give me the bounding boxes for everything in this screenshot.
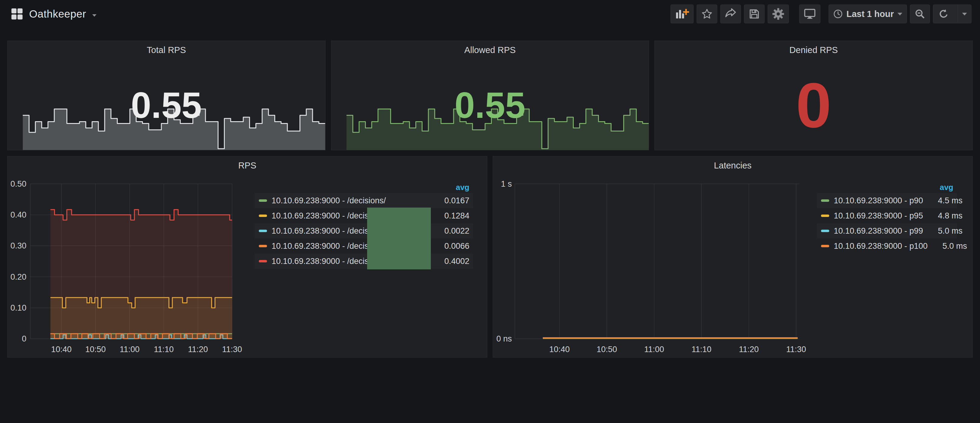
legend-row[interactable]: 10.10.69.238:9000 - p995.0 ms — [817, 223, 957, 238]
series-color-swatch — [259, 245, 267, 247]
share-button[interactable] — [720, 5, 741, 23]
dashboard-title[interactable]: Oathkeeper — [29, 8, 86, 20]
legend-row[interactable]: 10.10.69.238:9000 - /decisions/0.0167 — [255, 193, 473, 208]
time-range-picker[interactable]: Last 1 hour — [829, 5, 907, 23]
series-color-swatch — [259, 200, 267, 202]
svg-text:11:30: 11:30 — [786, 345, 806, 354]
series-color-swatch — [259, 260, 267, 262]
svg-text:11:20: 11:20 — [739, 345, 759, 354]
svg-text:10:50: 10:50 — [597, 345, 617, 354]
svg-text:10:50: 10:50 — [85, 345, 106, 354]
svg-text:11:00: 11:00 — [119, 345, 140, 354]
share-icon — [725, 8, 737, 20]
svg-text:11:10: 11:10 — [692, 345, 711, 354]
cycle-view-mode-button[interactable] — [799, 5, 821, 23]
refresh-interval-dropdown[interactable] — [958, 5, 971, 23]
toolbar: Last 1 hour — [671, 5, 972, 23]
series-color-swatch — [821, 245, 829, 247]
svg-text:1 s: 1 s — [501, 179, 512, 189]
legend-avg-value: 4.5 ms — [923, 196, 963, 206]
add-panel-icon — [675, 8, 689, 20]
panel-denied-rps: Denied RPS 0 — [654, 41, 973, 150]
panel-title[interactable]: Total RPS — [8, 45, 325, 55]
svg-text:0 ns: 0 ns — [496, 334, 512, 343]
panel-total-rps: Total RPS 0.55 — [7, 41, 326, 150]
latencies-legend: avg10.10.69.238:9000 - p904.5 ms10.10.69… — [817, 182, 957, 253]
svg-text:0.30: 0.30 — [10, 241, 26, 250]
zoom-out-button[interactable] — [910, 5, 930, 23]
chevron-down-icon — [962, 13, 967, 16]
rps-legend: avg10.10.69.238:9000 - /decisions/0.0167… — [255, 182, 473, 269]
legend-series-name[interactable]: 10.10.69.238:9000 - /decisions/ — [272, 196, 430, 206]
svg-text:0.50: 0.50 — [10, 179, 26, 189]
svg-text:10:40: 10:40 — [549, 345, 570, 354]
panel-title[interactable]: RPS — [8, 161, 487, 171]
legend-avg-value: 4.8 ms — [923, 211, 963, 220]
refresh-button-group — [933, 5, 972, 23]
panel-title[interactable]: Denied RPS — [655, 45, 972, 55]
stat-value: 0.55 — [8, 87, 325, 123]
dashboard-grid-icon — [11, 8, 23, 20]
legend-avg-value: 5.0 ms — [923, 227, 963, 236]
legend-series-name[interactable]: 10.10.69.238:9000 - p100 — [834, 241, 928, 251]
series-color-swatch — [259, 214, 267, 217]
save-icon — [748, 8, 760, 20]
panel-title[interactable]: Allowed RPS — [331, 45, 649, 55]
legend-series-name[interactable]: 10.10.69.238:9000 - p99 — [834, 227, 923, 236]
add-panel-button[interactable] — [671, 5, 694, 23]
star-icon — [701, 8, 713, 20]
monitor-icon — [804, 8, 816, 20]
save-button[interactable] — [744, 5, 765, 23]
stat-value: 0.55 — [331, 87, 649, 123]
star-button[interactable] — [697, 5, 717, 23]
legend-row[interactable]: 10.10.69.238:9000 - /decisions/0.4002 — [255, 253, 473, 269]
panel-rps-graph: RPS 10:4010:5011:0011:1011:2011:3000.100… — [7, 156, 487, 358]
panel-allowed-rps: Allowed RPS 0.55 — [331, 41, 649, 150]
legend-avg-value: 0.0022 — [430, 227, 469, 236]
refresh-icon — [938, 8, 949, 19]
graph-panels-row: RPS 10:4010:5011:0011:1011:2011:3000.100… — [7, 156, 973, 358]
svg-text:11:20: 11:20 — [188, 345, 208, 354]
legend-avg-value: 0.0066 — [430, 241, 469, 251]
zoom-out-icon — [915, 8, 925, 19]
svg-text:0.10: 0.10 — [10, 303, 26, 312]
series-color-swatch — [821, 214, 829, 217]
svg-text:0: 0 — [22, 334, 26, 343]
chevron-down-icon — [92, 14, 97, 17]
legend-avg-header[interactable]: avg — [255, 182, 473, 193]
gear-icon — [772, 8, 784, 20]
refresh-button[interactable] — [933, 5, 954, 23]
series-color-swatch — [821, 230, 829, 232]
navbar: Oathkeeper — [0, 0, 980, 28]
time-range-label: Last 1 hour — [846, 9, 894, 19]
svg-text:10:40: 10:40 — [51, 345, 72, 354]
chevron-down-icon — [897, 13, 902, 16]
legend-avg-value: 5.0 ms — [928, 241, 967, 251]
stat-value: 0 — [655, 74, 972, 137]
panel-title[interactable]: Latencies — [493, 161, 972, 171]
settings-button[interactable] — [768, 5, 789, 23]
dashboard-grid: Total RPS 0.55 Allowed RPS 0.55 Denied R… — [0, 41, 980, 358]
legend-avg-value: 0.1284 — [430, 211, 469, 220]
legend-series-name[interactable]: 10.10.69.238:9000 - p95 — [834, 211, 923, 220]
svg-text:0.20: 0.20 — [10, 272, 26, 282]
stat-panels-row: Total RPS 0.55 Allowed RPS 0.55 Denied R… — [7, 41, 973, 150]
green-overlay-artifact — [367, 208, 431, 269]
legend-row[interactable]: 10.10.69.238:9000 - /decisions/0.0066 — [255, 238, 473, 253]
clock-icon — [833, 9, 843, 19]
legend-row[interactable]: 10.10.69.238:9000 - /decisions/0.0022 — [255, 223, 473, 238]
legend-row[interactable]: 10.10.69.238:9000 - p1005.0 ms — [817, 238, 957, 253]
svg-text:11:00: 11:00 — [644, 345, 664, 354]
dashboard-title-menu[interactable]: Oathkeeper — [11, 8, 97, 20]
legend-row[interactable]: 10.10.69.238:9000 - /decisions/0.1284 — [255, 208, 473, 223]
series-color-swatch — [259, 230, 267, 232]
legend-series-name[interactable]: 10.10.69.238:9000 - p90 — [834, 196, 923, 206]
legend-row[interactable]: 10.10.69.238:9000 - p904.5 ms — [817, 193, 957, 208]
panel-latencies-graph: Latencies 10:4010:5011:0011:1011:2011:30… — [493, 156, 973, 358]
legend-row[interactable]: 10.10.69.238:9000 - p954.8 ms — [817, 208, 957, 223]
legend-avg-header[interactable]: avg — [817, 182, 957, 193]
svg-text:11:30: 11:30 — [222, 345, 242, 354]
legend-avg-value: 0.0167 — [430, 196, 469, 206]
legend-avg-value: 0.4002 — [430, 257, 469, 266]
svg-text:11:10: 11:10 — [154, 345, 174, 354]
